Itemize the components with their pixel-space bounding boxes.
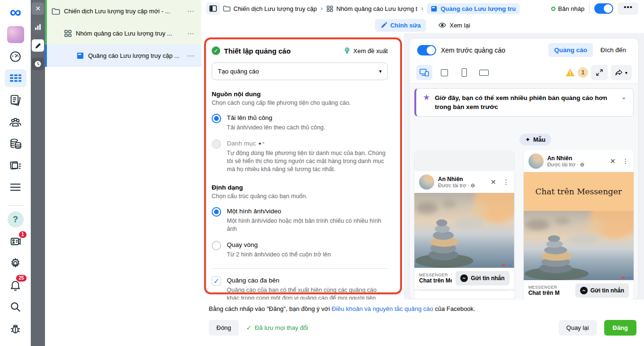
ad-icon bbox=[430, 5, 438, 12]
format-section-desc: Chọn cấu trúc quảng cáo bạn muốn. bbox=[212, 193, 388, 200]
collapse-panel-icon[interactable] bbox=[206, 2, 220, 15]
cta-button[interactable]: Gửi tin nhắn bbox=[575, 283, 629, 298]
option-multi-advertiser[interactable]: ✓ Quảng cáo đa bên Quảng cáo của bạn có … bbox=[212, 276, 388, 300]
close-icon[interactable]: ✕ bbox=[491, 178, 496, 186]
draft-status-label: Bản nháp bbox=[558, 5, 585, 12]
review-mode-button[interactable]: Xem lại bbox=[438, 22, 470, 29]
breadcrumb: Chiến dịch Lưu lượng truy cập › Nhóm quả… bbox=[201, 0, 644, 17]
globe-icon bbox=[471, 183, 475, 188]
close-icon[interactable]: ✕ bbox=[32, 2, 44, 15]
radio-selected[interactable] bbox=[212, 207, 221, 217]
messenger-icon bbox=[460, 274, 468, 282]
template-badge[interactable]: ✦ Mẫu bbox=[519, 134, 551, 146]
option-carousel[interactable]: Quay vòng Từ 2 hình ảnh/video có thể cuộ… bbox=[212, 241, 388, 259]
close-icon[interactable]: ✕ bbox=[610, 157, 616, 165]
dashboard-gauge-icon[interactable] bbox=[5, 47, 27, 65]
source-section-title: Nguồn nội dung bbox=[212, 91, 388, 98]
ad-text-overlay: Chat trên Messenger bbox=[524, 172, 634, 211]
footer-bar: Bằng cách nhấp vào "Đăng", bạn đồng ý vớ… bbox=[201, 300, 644, 346]
tree-item-campaign[interactable]: Chiến dịch Lưu lượng truy cập mới - ... … bbox=[45, 0, 201, 22]
pages-icon[interactable] bbox=[5, 91, 27, 109]
breadcrumb-adset[interactable]: Nhóm quảng cáo Lưu lượng t bbox=[326, 5, 417, 12]
content-row: ✓ Thiết lập quảng cáo Xem đề xuất Tạo qu… bbox=[201, 33, 644, 300]
portrait-format-icon[interactable] bbox=[456, 65, 472, 80]
history-clock-icon[interactable] bbox=[32, 58, 44, 70]
expand-preview-icon[interactable] bbox=[591, 65, 608, 80]
campaigns-table-icon[interactable] bbox=[5, 69, 27, 87]
tab-ad[interactable]: Quảng cáo bbox=[548, 43, 593, 57]
menu-icon[interactable] bbox=[5, 178, 27, 196]
publish-button[interactable]: Đăng bbox=[604, 320, 637, 336]
search-icon[interactable] bbox=[5, 298, 27, 316]
view-suggestions-button[interactable]: Xem đề xuất bbox=[344, 47, 388, 55]
back-button[interactable]: Quay lại bbox=[559, 320, 597, 336]
tree-item-ad[interactable]: Quảng cáo Lưu lượng truy cập ... ⋯ bbox=[45, 45, 201, 67]
insights-chart-icon[interactable] bbox=[32, 21, 44, 33]
option-desc: Quảng cáo của bạn có thể xuất hiện cùng … bbox=[227, 286, 388, 300]
eye-icon bbox=[438, 22, 446, 28]
rail-divider bbox=[8, 205, 24, 206]
header-controls: Bản nháp ••• bbox=[551, 2, 638, 15]
edit-mode-button[interactable]: Chỉnh sửa bbox=[375, 19, 426, 32]
format-section-title: Định dạng bbox=[212, 184, 388, 191]
audiences-icon[interactable] bbox=[5, 113, 27, 131]
ad-preview-card-story[interactable]: An Nhiên Được tài trợ · ✕ ⋮ C bbox=[524, 150, 634, 300]
template-badge-label: Mẫu bbox=[533, 136, 546, 143]
preview-warnings: 1 ▾ bbox=[565, 65, 632, 80]
chevron-down-icon[interactable]: ⌄ bbox=[621, 93, 626, 100]
ad-active-toggle[interactable] bbox=[594, 3, 613, 14]
help-icon[interactable]: ? bbox=[5, 210, 27, 228]
ad-setup-header: ✓ Thiết lập quảng cáo Xem đề xuất bbox=[212, 46, 388, 55]
settings-gear-icon[interactable] bbox=[5, 254, 27, 272]
ads-reporting-icon[interactable] bbox=[5, 156, 27, 174]
option-single-image[interactable]: Một hình ảnh/video Một hình ảnh/video ho… bbox=[212, 207, 388, 233]
preview-content: ★ Giờ đây, bạn có thể xem nhiều phiên bả… bbox=[410, 84, 638, 300]
page-name: An Nhiên bbox=[438, 176, 487, 182]
cta-label: Gửi tin nhắn bbox=[471, 275, 504, 282]
breadcrumb-campaign[interactable]: Chiến dịch Lưu lượng truy cập bbox=[223, 5, 317, 12]
card-top-gap bbox=[414, 150, 514, 171]
close-button[interactable]: Đóng bbox=[209, 320, 239, 336]
messenger-icon bbox=[580, 287, 588, 294]
edit-pencil-icon[interactable] bbox=[32, 39, 44, 52]
option-label: Một hình ảnh/video bbox=[227, 207, 388, 216]
create-ad-dropdown[interactable]: Tạo quảng cáo ▾ bbox=[212, 63, 388, 80]
tree-item-adset[interactable]: Nhóm quảng cáo Lưu lượng truy ... ⋯ bbox=[45, 22, 201, 45]
adset-grid-icon bbox=[64, 29, 72, 37]
breadcrumb-ad-current[interactable]: Quảng cáo Lưu lượng truy cập bbox=[427, 3, 520, 14]
notifications-bell-icon[interactable]: 25 bbox=[5, 276, 27, 294]
cta-button[interactable]: Gửi tin nhắn bbox=[456, 271, 509, 285]
tab-destination[interactable]: Đích đến bbox=[596, 43, 631, 57]
more-options-icon[interactable]: ⋮ bbox=[622, 157, 629, 165]
dropdown-value: Tạo quảng cáo bbox=[218, 68, 259, 75]
warning-count-badge[interactable]: 1 bbox=[578, 67, 588, 78]
more-options-icon[interactable]: ⋮ bbox=[503, 178, 510, 186]
terms-link[interactable]: Điều khoản và nguyên tắc quảng cáo bbox=[331, 305, 433, 312]
radio-disabled[interactable] bbox=[212, 139, 221, 149]
checkbox-checked[interactable]: ✓ bbox=[212, 276, 221, 286]
bug-report-icon[interactable] bbox=[5, 319, 27, 337]
account-avatar[interactable] bbox=[5, 26, 27, 44]
share-preview-button[interactable]: ▾ bbox=[611, 65, 632, 80]
preview-toggle[interactable] bbox=[417, 45, 436, 55]
all-devices-icon[interactable] bbox=[416, 65, 432, 80]
option-manual-upload[interactable]: Tải lên thủ công Tải ảnh/video lên theo … bbox=[212, 114, 388, 132]
row-menu-icon[interactable]: ⋯ bbox=[185, 29, 197, 38]
avatar bbox=[7, 26, 24, 43]
sparkle-icon: ✦ bbox=[525, 136, 530, 143]
option-label: Danh mục ✦⁺ bbox=[227, 139, 388, 148]
landscape-format-icon[interactable] bbox=[476, 65, 492, 80]
radio-unselected[interactable] bbox=[212, 241, 221, 250]
ad-preview-card-feed[interactable]: An Nhiên Được tài trợ · ✕ ⋮ bbox=[414, 150, 514, 300]
edit-tool-rail: ✕ bbox=[31, 0, 45, 346]
square-format-icon[interactable] bbox=[436, 65, 452, 80]
breadcrumb-label: Quảng cáo Lưu lượng truy cập bbox=[440, 5, 516, 12]
adset-grid-icon bbox=[326, 5, 333, 12]
billing-coins-icon[interactable] bbox=[5, 135, 27, 153]
more-options-button[interactable]: ••• bbox=[618, 2, 638, 15]
row-menu-icon[interactable]: ⋯ bbox=[185, 52, 197, 60]
option-catalog[interactable]: Danh mục ✦⁺ Tự động dùng file phương tiệ… bbox=[212, 139, 388, 173]
radio-selected[interactable] bbox=[212, 114, 221, 123]
whats-new-icon[interactable]: 1 bbox=[5, 232, 27, 250]
row-menu-icon[interactable]: ⋯ bbox=[185, 7, 197, 16]
